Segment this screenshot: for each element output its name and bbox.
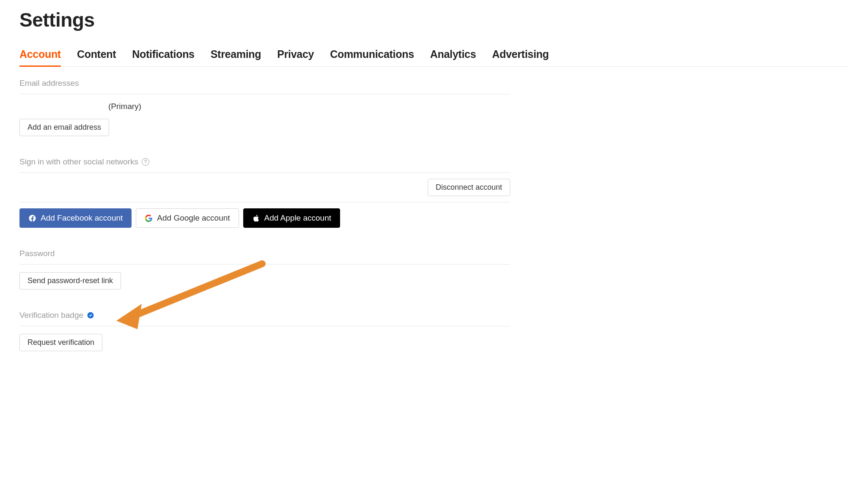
google-icon: [145, 214, 153, 222]
facebook-icon: [28, 214, 36, 222]
disconnect-account-button[interactable]: Disconnect account: [428, 179, 510, 196]
verified-badge-icon: [87, 311, 94, 319]
page-title: Settings: [19, 8, 849, 31]
tab-streaming[interactable]: Streaming: [211, 48, 261, 66]
section-verification: Verification badge Request verification: [19, 311, 510, 351]
request-verification-button[interactable]: Request verification: [19, 334, 102, 351]
add-google-button[interactable]: Add Google account: [136, 208, 239, 228]
tab-communications[interactable]: Communications: [330, 48, 414, 66]
section-password: Password Send password-reset link: [19, 249, 510, 289]
help-icon[interactable]: ?: [142, 158, 149, 166]
tab-analytics[interactable]: Analytics: [430, 48, 476, 66]
tab-privacy[interactable]: Privacy: [277, 48, 314, 66]
social-buttons-row: Add Facebook account Add Google account …: [19, 208, 510, 228]
tab-advertising[interactable]: Advertising: [492, 48, 549, 66]
tabs-bar: Account Content Notifications Streaming …: [19, 48, 849, 67]
social-section-title: Sign in with other social networks ?: [19, 157, 510, 173]
facebook-button-label: Add Facebook account: [41, 213, 123, 223]
add-apple-button[interactable]: Add Apple account: [243, 208, 340, 228]
verification-title-text: Verification badge: [19, 311, 83, 320]
verification-section-title: Verification badge: [19, 311, 510, 326]
email-primary-row: (Primary): [19, 94, 510, 119]
tab-notifications[interactable]: Notifications: [132, 48, 195, 66]
apple-button-label: Add Apple account: [264, 213, 331, 223]
tab-account[interactable]: Account: [19, 48, 61, 66]
tab-content[interactable]: Content: [77, 48, 116, 66]
svg-point-0: [88, 312, 94, 319]
send-password-reset-button[interactable]: Send password-reset link: [19, 272, 121, 289]
password-section-title: Password: [19, 249, 510, 265]
apple-icon: [252, 214, 260, 222]
add-email-button[interactable]: Add an email address: [19, 119, 109, 136]
email-section-title: Email addresses: [19, 79, 510, 94]
section-email: Email addresses (Primary) Add an email a…: [19, 79, 510, 136]
google-button-label: Add Google account: [157, 213, 230, 223]
add-facebook-button[interactable]: Add Facebook account: [19, 208, 132, 228]
section-social: Sign in with other social networks ? Dis…: [19, 157, 510, 228]
social-title-text: Sign in with other social networks: [19, 157, 138, 167]
connected-account-row: Disconnect account: [19, 173, 510, 202]
